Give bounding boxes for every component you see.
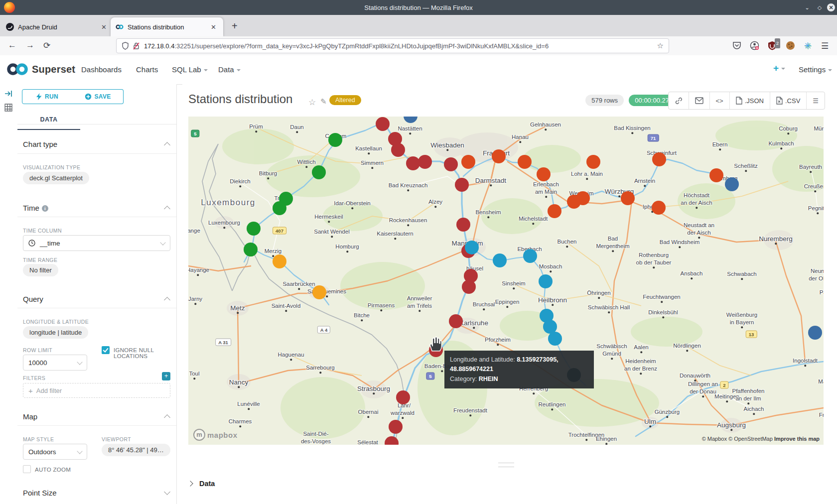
add-filter-box[interactable]: +Add filter	[23, 383, 170, 398]
time-column-select[interactable]: __time	[23, 235, 170, 251]
data-panel-toggle[interactable]: Data	[188, 476, 338, 491]
scatter-point-red-rhein[interactable]	[389, 420, 403, 434]
window-titlebar[interactable]: Stations distribution — Mozilla Firefox …	[0, 0, 837, 15]
section-query[interactable]: Query	[23, 295, 43, 303]
section-map[interactable]: Map	[23, 412, 37, 421]
auto-zoom-checkbox[interactable]	[23, 465, 31, 473]
scatter-point-steel-blue[interactable]	[808, 326, 822, 340]
scatter-point-green-mosel[interactable]	[244, 243, 258, 256]
scatter-point-orange-main[interactable]	[652, 201, 666, 215]
ublock-icon[interactable]: 2	[767, 41, 777, 51]
scatter-point-cyan-neckar[interactable]	[465, 241, 479, 254]
scatter-point-orange-main[interactable]	[461, 155, 475, 169]
scatter-point-cyan-neckar[interactable]	[539, 274, 553, 288]
scatter-point-green-mosel[interactable]	[312, 165, 326, 179]
url-bar[interactable]: 172.18.0.4:32251/superset/explore/?form_…	[116, 38, 669, 53]
nav-data[interactable]: Data	[218, 65, 241, 74]
collapse-panel-icon[interactable]	[4, 89, 13, 98]
chevron-up-icon[interactable]	[164, 206, 170, 212]
email-button[interactable]	[689, 92, 710, 109]
scatter-point-cyan-neckar[interactable]	[523, 249, 537, 263]
panel-resize-handle[interactable]	[498, 463, 514, 467]
superset-logo[interactable]: Superset	[6, 62, 75, 77]
chevron-up-icon[interactable]	[164, 142, 170, 148]
cookie-icon[interactable]	[785, 41, 795, 51]
scatter-point-red-rhein[interactable]	[444, 157, 458, 171]
row-limit-select[interactable]: 10000	[23, 355, 87, 371]
attrib-mapbox[interactable]: © Mapbox	[702, 436, 727, 442]
forward-icon[interactable]: →	[26, 40, 34, 50]
section-chart-type[interactable]: Chart type	[23, 140, 57, 148]
attrib-improve-link[interactable]: Improve this map	[774, 436, 820, 442]
viz-type-value[interactable]: deck.gl Scatterplot	[23, 172, 89, 184]
time-range-value[interactable]: No filter	[23, 264, 58, 276]
menu-icon[interactable]: ☰	[821, 41, 829, 51]
scatter-point-green-mosel[interactable]	[247, 222, 261, 236]
save-button[interactable]: SAVE	[72, 89, 124, 104]
bookmark-star-icon[interactable]: ☆	[657, 41, 664, 50]
dataset-grid-icon[interactable]	[4, 103, 13, 112]
export-csv-button[interactable]: .CSV	[770, 92, 807, 109]
section-point-size[interactable]: Point Size	[23, 489, 57, 497]
tab-data[interactable]: DATA	[17, 111, 80, 130]
export-json-button[interactable]: .JSON	[730, 92, 770, 109]
pocket-icon[interactable]	[732, 41, 742, 51]
insecure-lock-icon[interactable]	[133, 42, 140, 50]
scatter-point-green-mosel[interactable]	[328, 133, 342, 147]
scatter-point-red-rhein[interactable]	[462, 280, 476, 294]
scatter-point-orange-main[interactable]	[586, 155, 600, 169]
chevron-up-icon[interactable]	[164, 297, 170, 303]
scatter-point-orange-main[interactable]	[621, 191, 635, 205]
scatter-point-orange-main[interactable]	[518, 155, 532, 169]
tab-apache-druid[interactable]: Apache Druid ✕	[1, 17, 114, 36]
minimize-icon[interactable]: ⌄	[803, 3, 811, 11]
url-text[interactable]: 172.18.0.4:32251/superset/explore/?form_…	[144, 42, 657, 50]
ignore-null-checkbox[interactable]	[102, 346, 110, 354]
scatter-point-red-rhein[interactable]	[391, 143, 405, 157]
chart-menu-button[interactable]: ☰	[807, 92, 825, 109]
scatter-point-orange-main[interactable]	[576, 191, 590, 205]
extension-asterisk-icon[interactable]: ✳	[803, 41, 813, 51]
embed-code-button[interactable]: <>	[710, 92, 730, 109]
scatter-point-amber-saar[interactable]	[273, 254, 286, 268]
share-link-button[interactable]	[669, 92, 689, 109]
viewport-value[interactable]: 8° 46' 45.28" | 49…	[102, 444, 170, 456]
scatter-point-cyan-neckar[interactable]	[548, 332, 562, 346]
nav-sql-lab[interactable]: SQL Lab	[172, 65, 208, 74]
section-time[interactable]: Timei	[23, 204, 48, 212]
scatter-point-orange-main[interactable]	[709, 168, 723, 182]
close-icon[interactable]: ✕	[827, 3, 835, 11]
chevron-up-icon[interactable]	[164, 414, 170, 421]
scatter-point-orange-main[interactable]	[492, 149, 506, 163]
scatter-point-red-rhein[interactable]	[456, 218, 470, 232]
chevron-down-icon[interactable]	[164, 489, 170, 495]
nav-dashboards[interactable]: Dashboards	[81, 65, 122, 74]
new-tab-button[interactable]: +	[232, 21, 238, 31]
add-new-button[interactable]: +	[773, 63, 785, 74]
nav-charts[interactable]: Charts	[136, 65, 158, 74]
back-icon[interactable]: ←	[8, 40, 16, 50]
scatter-point-orange-main[interactable]	[537, 167, 551, 181]
add-filter-plus-button[interactable]: +	[162, 372, 170, 380]
shield-icon[interactable]	[122, 42, 129, 50]
lonlat-value[interactable]: longitude | latitude	[23, 326, 88, 339]
tab-close-icon[interactable]: ✕	[209, 23, 218, 31]
tab-close-icon[interactable]: ✕	[99, 23, 109, 31]
account-icon[interactable]	[749, 41, 759, 51]
attrib-osm[interactable]: © OpenStreetMap	[728, 436, 773, 442]
scatter-point-amber-saar[interactable]	[312, 285, 326, 299]
maximize-icon[interactable]: ◇	[816, 3, 824, 11]
scatter-point-red-rhein[interactable]	[376, 117, 390, 131]
map-style-select[interactable]: Outdoors	[23, 444, 87, 460]
scatter-point-cyan-neckar[interactable]	[493, 253, 507, 267]
scatter-point-green-mosel[interactable]	[273, 201, 286, 215]
scatter-point-orange-main[interactable]	[548, 204, 561, 218]
scatter-point-orange-main[interactable]	[652, 152, 666, 166]
reload-icon[interactable]: ⟳	[43, 40, 50, 51]
scatter-point-red-rhein[interactable]	[455, 178, 469, 192]
scatter-point-red-rhein[interactable]	[396, 390, 410, 404]
tab-stations-distribution[interactable]: Stations distribution ✕	[111, 17, 223, 36]
mapbox-logo[interactable]: m mapbox	[193, 429, 238, 441]
scatter-point-steel-blue[interactable]	[725, 177, 739, 191]
scatter-point-red-rhein[interactable]	[449, 314, 463, 328]
